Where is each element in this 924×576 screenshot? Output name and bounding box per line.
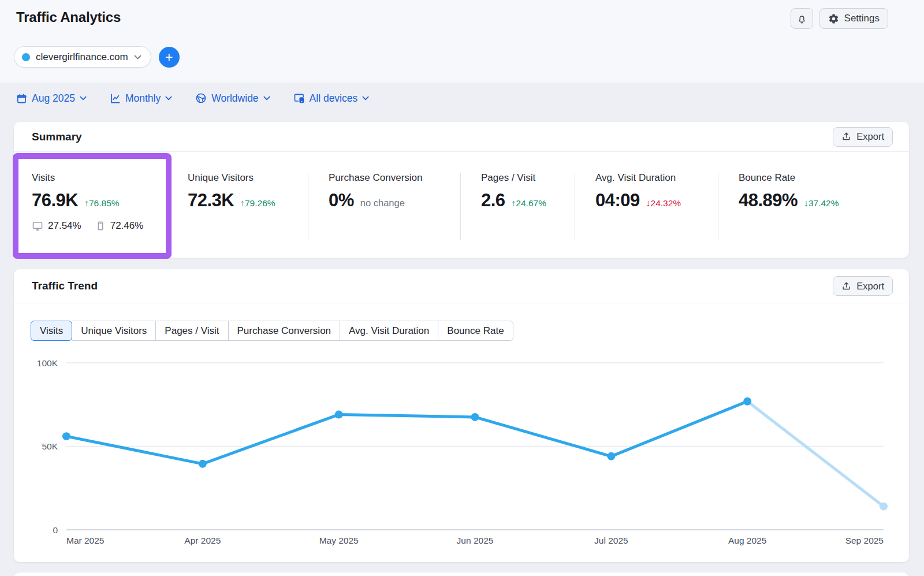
date-range-label: Aug 2025 bbox=[32, 92, 75, 105]
trend-tab-avg-visit-duration[interactable]: Avg. Visit Duration bbox=[340, 321, 438, 341]
trend-export-button[interactable]: Export bbox=[833, 276, 893, 296]
metric-label: Bounce Rate bbox=[739, 172, 903, 184]
metric-delta: no change bbox=[360, 198, 405, 209]
device-split: 27.54%72.46% bbox=[32, 220, 161, 232]
trend-tab-bounce-rate[interactable]: Bounce Rate bbox=[438, 321, 513, 341]
globe-icon bbox=[195, 92, 207, 104]
settings-button[interactable]: Settings bbox=[819, 8, 888, 29]
data-point-apr-2025[interactable] bbox=[199, 460, 207, 468]
chevron-down-icon bbox=[134, 55, 141, 60]
granularity-label: Monthly bbox=[125, 92, 161, 105]
metric-label: Pages / Visit bbox=[481, 172, 569, 184]
all-devices-icon bbox=[293, 92, 305, 104]
x-axis-tick-label: Jul 2025 bbox=[594, 536, 628, 545]
chevron-down-icon bbox=[362, 96, 369, 101]
line-chart-icon bbox=[110, 93, 121, 104]
metric-delta: ↑24.67% bbox=[512, 198, 546, 209]
x-axis-tick-label: Jun 2025 bbox=[457, 536, 494, 545]
metric-pages-visit: Pages / Visit2.6↑24.67% bbox=[460, 152, 575, 258]
header-actions: Settings bbox=[791, 8, 888, 29]
metric-avg-visit-duration: Avg. Visit Duration04:09↓24.32% bbox=[575, 152, 718, 258]
metric-value: 04:09 bbox=[595, 190, 640, 211]
chevron-down-icon bbox=[165, 96, 172, 101]
trend-tab-visits[interactable]: Visits bbox=[31, 321, 72, 341]
page-title: Traffic Analytics bbox=[16, 9, 121, 25]
data-point-aug-2025[interactable] bbox=[743, 397, 751, 406]
region-label: Worldwide bbox=[211, 92, 258, 105]
data-point-jul-2025[interactable] bbox=[607, 452, 615, 460]
metric-value: 48.89% bbox=[739, 190, 798, 211]
metric-unique-visitors: Unique Visitors72.3K↑79.26% bbox=[167, 152, 308, 258]
date-range-filter[interactable]: Aug 2025 bbox=[16, 92, 87, 105]
domain-row: clevergirlfinance.com + bbox=[14, 46, 180, 68]
metric-delta: ↓24.32% bbox=[646, 198, 681, 209]
summary-export-label: Export bbox=[856, 131, 884, 142]
notifications-button[interactable] bbox=[791, 8, 813, 29]
metric-label: Unique Visitors bbox=[188, 172, 302, 184]
filter-bar: Aug 2025 Monthly Worldwide bbox=[16, 90, 369, 107]
x-axis-tick-label: Aug 2025 bbox=[728, 536, 766, 545]
next-card-sliver bbox=[14, 573, 909, 576]
settings-button-label: Settings bbox=[844, 13, 880, 24]
mobile-share: 72.46% bbox=[110, 220, 144, 232]
trend-tab-unique-visitors[interactable]: Unique Visitors bbox=[72, 321, 156, 341]
x-axis-tick-label: May 2025 bbox=[319, 536, 359, 545]
metric-delta: ↓37.42% bbox=[804, 198, 839, 209]
metric-label: Visits bbox=[32, 172, 161, 184]
header-band: Traffic Analytics Settings clevergirlfin… bbox=[0, 0, 924, 83]
trend-metric-tabs: VisitsUnique VisitorsPages / VisitPurcha… bbox=[31, 321, 513, 341]
mobile-icon bbox=[95, 220, 106, 232]
domain-color-dot bbox=[22, 53, 30, 61]
export-icon bbox=[841, 132, 851, 142]
desktop-icon bbox=[32, 220, 43, 232]
metric-value: 2.6 bbox=[481, 190, 505, 211]
metric-bounce-rate: Bounce Rate48.89%↓37.42% bbox=[718, 152, 909, 258]
summary-card-header: Summary Export bbox=[14, 122, 909, 152]
data-point-sep-2025[interactable] bbox=[880, 503, 888, 511]
export-icon bbox=[841, 281, 851, 291]
granularity-filter[interactable]: Monthly bbox=[110, 92, 172, 105]
x-axis-tick-label: Mar 2025 bbox=[66, 536, 104, 545]
bell-icon bbox=[796, 13, 807, 24]
data-point-mar-2025[interactable] bbox=[62, 432, 70, 440]
x-axis-tick-label: Sep 2025 bbox=[845, 536, 884, 545]
metric-label: Purchase Conversion bbox=[329, 172, 454, 184]
trend-card-header: Traffic Trend Export bbox=[14, 269, 909, 303]
summary-title: Summary bbox=[32, 131, 82, 143]
desktop-share: 27.54% bbox=[48, 220, 81, 232]
traffic-trend-card: Traffic Trend Export VisitsUnique Visito… bbox=[14, 269, 909, 562]
chevron-down-icon bbox=[263, 96, 270, 101]
domain-name: clevergirlfinance.com bbox=[36, 51, 128, 63]
domain-selector[interactable]: clevergirlfinance.com bbox=[14, 46, 151, 68]
trend-tab-purchase-conversion[interactable]: Purchase Conversion bbox=[228, 321, 341, 341]
metric-purchase-conversion: Purchase Conversion0%no change bbox=[308, 152, 460, 258]
metric-delta: ↑76.85% bbox=[84, 198, 119, 209]
summary-export-button[interactable]: Export bbox=[833, 127, 893, 147]
summary-card: Summary Export Visits76.9K↑76.85%27.54%7… bbox=[14, 122, 909, 258]
y-axis-tick-label: 0 bbox=[53, 525, 58, 535]
trend-title: Traffic Trend bbox=[32, 280, 98, 292]
trend-export-label: Export bbox=[856, 281, 884, 292]
add-domain-button[interactable]: + bbox=[159, 47, 180, 68]
plus-icon: + bbox=[165, 47, 173, 67]
trend-line-chart-svg: 050K100KMar 2025Apr 2025May 2025Jun 2025… bbox=[14, 347, 909, 562]
metric-value: 76.9K bbox=[32, 190, 78, 211]
metric-delta: ↑79.26% bbox=[240, 198, 275, 209]
chevron-down-icon bbox=[80, 96, 87, 101]
data-point-jun-2025[interactable] bbox=[471, 413, 479, 421]
trend-tab-pages-visit[interactable]: Pages / Visit bbox=[155, 321, 228, 341]
y-axis-tick-label: 100K bbox=[37, 358, 58, 368]
calendar-icon bbox=[16, 93, 27, 104]
trend-line-projection bbox=[747, 402, 884, 507]
devices-filter[interactable]: All devices bbox=[293, 92, 370, 105]
devices-label: All devices bbox=[310, 92, 358, 105]
metric-value: 72.3K bbox=[188, 190, 234, 211]
x-axis-tick-label: Apr 2025 bbox=[184, 536, 221, 545]
metric-visits: Visits76.9K↑76.85%27.54%72.46% bbox=[14, 152, 167, 258]
data-point-may-2025[interactable] bbox=[335, 411, 343, 419]
region-filter[interactable]: Worldwide bbox=[195, 92, 270, 105]
summary-metrics: Visits76.9K↑76.85%27.54%72.46%Unique Vis… bbox=[14, 152, 909, 258]
metric-value: 0% bbox=[329, 190, 354, 211]
gear-icon bbox=[828, 13, 839, 24]
traffic-trend-chart: 050K100KMar 2025Apr 2025May 2025Jun 2025… bbox=[14, 347, 909, 562]
